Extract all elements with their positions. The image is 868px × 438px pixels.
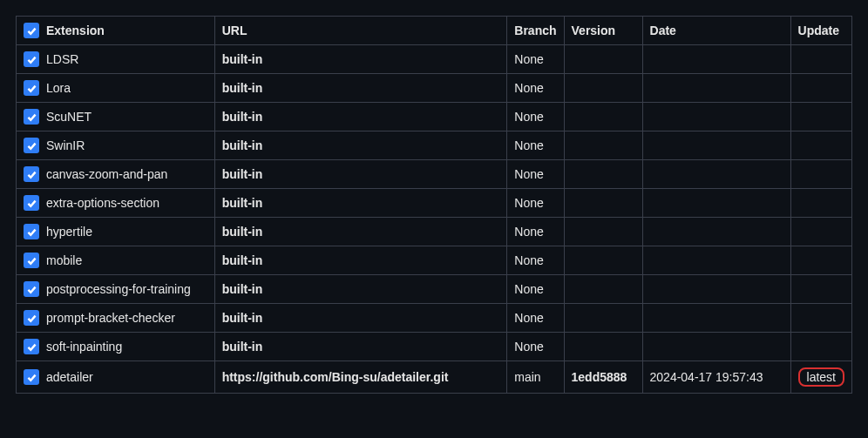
cell-version [564, 304, 642, 333]
cell-version [564, 74, 642, 103]
extension-url: built-in [222, 138, 263, 152]
checkbox-icon[interactable] [24, 310, 39, 326]
checkbox-icon[interactable] [24, 369, 39, 385]
cell-update [790, 45, 851, 74]
cell-date [642, 275, 790, 304]
extension-url: built-in [222, 167, 263, 181]
cell-extension: hypertile [17, 218, 215, 246]
cell-date: 2024-04-17 19:57:43 [642, 361, 790, 394]
cell-url: built-in [214, 45, 507, 74]
cell-branch: None [507, 160, 564, 189]
extension-url: built-in [222, 81, 263, 95]
cell-version [564, 103, 642, 131]
checkbox-icon[interactable] [24, 195, 39, 211]
cell-date [642, 304, 790, 333]
cell-date [642, 333, 790, 361]
extension-url: built-in [222, 311, 263, 325]
checkbox-icon[interactable] [24, 224, 39, 239]
cell-extension: adetailer [17, 361, 215, 394]
extension-url: built-in [222, 225, 263, 239]
cell-branch: None [507, 218, 564, 246]
table-row: soft-inpaintingbuilt-inNone [17, 333, 852, 361]
checkbox-icon[interactable] [24, 253, 39, 268]
header-date: Date [642, 17, 790, 45]
cell-extension: prompt-bracket-checker [17, 304, 215, 333]
cell-url: built-in [214, 160, 507, 189]
cell-date [642, 131, 790, 160]
extension-name: hypertile [46, 225, 92, 239]
cell-url: https://github.com/Bing-su/adetailer.git [214, 361, 507, 394]
cell-branch: None [507, 131, 564, 160]
extension-name: prompt-bracket-checker [46, 311, 175, 325]
cell-url: built-in [214, 246, 507, 275]
cell-url: built-in [214, 74, 507, 103]
checkbox-icon[interactable] [24, 23, 39, 38]
cell-date [642, 246, 790, 275]
cell-update: latest [790, 361, 851, 394]
table-header-row: Extension URL Branch Version Date Update [17, 17, 852, 45]
checkbox-icon[interactable] [24, 51, 39, 67]
header-update[interactable]: Update [790, 17, 851, 45]
extension-name: LDSR [46, 52, 78, 66]
extension-url: built-in [222, 340, 263, 354]
extension-name: SwinIR [46, 138, 85, 152]
checkbox-icon[interactable] [24, 109, 39, 125]
table-row: extra-options-sectionbuilt-inNone [17, 189, 852, 218]
cell-url: built-in [214, 189, 507, 218]
table-row: postprocessing-for-trainingbuilt-inNone [17, 275, 852, 304]
header-extension[interactable]: Extension [17, 17, 215, 45]
cell-branch: None [507, 45, 564, 74]
cell-version [564, 275, 642, 304]
table-row: canvas-zoom-and-panbuilt-inNone [17, 160, 852, 189]
cell-extension: ScuNET [17, 103, 215, 131]
header-extension-label[interactable]: Extension [46, 24, 105, 37]
cell-date [642, 103, 790, 131]
extension-name: postprocessing-for-training [46, 282, 191, 296]
table-row: adetailerhttps://github.com/Bing-su/adet… [17, 361, 852, 394]
extension-url: built-in [222, 110, 263, 124]
extension-url: built-in [222, 282, 263, 296]
header-branch: Branch [507, 17, 564, 45]
cell-branch: None [507, 333, 564, 361]
cell-extension: postprocessing-for-training [17, 275, 215, 304]
cell-date [642, 45, 790, 74]
cell-branch: None [507, 304, 564, 333]
extension-name: canvas-zoom-and-pan [46, 167, 167, 181]
cell-extension: soft-inpainting [17, 333, 215, 361]
cell-url: built-in [214, 218, 507, 246]
extension-url[interactable]: https://github.com/Bing-su/adetailer.git [222, 370, 449, 384]
checkbox-icon[interactable] [24, 80, 39, 96]
table-row: mobilebuilt-inNone [17, 246, 852, 275]
cell-extension: mobile [17, 246, 215, 275]
cell-version [564, 45, 642, 74]
checkbox-icon[interactable] [24, 339, 39, 354]
cell-extension: Lora [17, 74, 215, 103]
table-row: Lorabuilt-inNone [17, 74, 852, 103]
cell-version: 1edd5888 [564, 361, 642, 394]
cell-update [790, 333, 851, 361]
cell-extension: LDSR [17, 45, 215, 74]
cell-branch: None [507, 189, 564, 218]
extension-name: soft-inpainting [46, 340, 122, 354]
cell-date [642, 160, 790, 189]
extension-name: extra-options-section [46, 196, 159, 210]
extension-name: ScuNET [46, 110, 92, 124]
cell-branch: None [507, 103, 564, 131]
cell-update [790, 131, 851, 160]
cell-extension: SwinIR [17, 131, 215, 160]
table-row: prompt-bracket-checkerbuilt-inNone [17, 304, 852, 333]
cell-version [564, 131, 642, 160]
checkbox-icon[interactable] [24, 138, 39, 153]
table-row: hypertilebuilt-inNone [17, 218, 852, 246]
cell-version [564, 218, 642, 246]
extension-url: built-in [222, 196, 263, 210]
extension-url: built-in [222, 253, 263, 267]
table-row: SwinIRbuilt-inNone [17, 131, 852, 160]
cell-url: built-in [214, 304, 507, 333]
cell-version [564, 160, 642, 189]
cell-date [642, 218, 790, 246]
checkbox-icon[interactable] [24, 166, 39, 182]
cell-branch: None [507, 74, 564, 103]
extension-name: Lora [46, 81, 71, 95]
checkbox-icon[interactable] [24, 281, 39, 297]
